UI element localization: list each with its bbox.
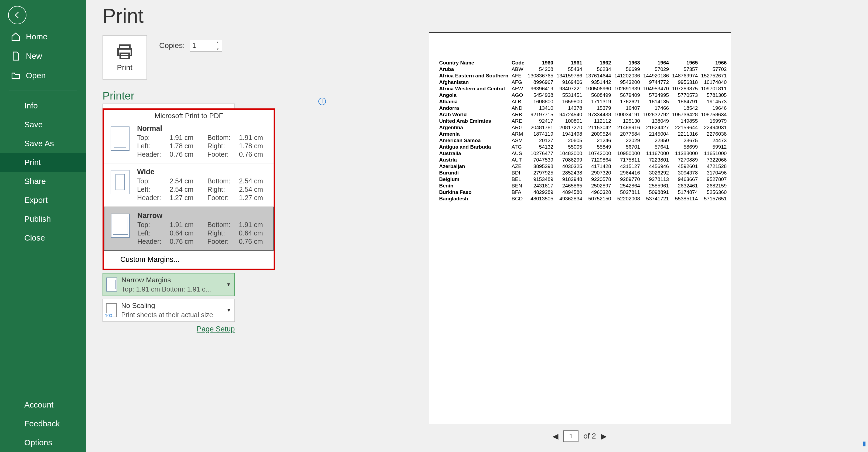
scaling-setting-title: No Scaling	[121, 301, 222, 311]
print-button[interactable]: Print	[102, 35, 147, 79]
print-preview-page: Country NameCode196019611962196319641965…	[429, 32, 731, 424]
margin-option-normal[interactable]: NormalTop:1.91 cmBottom:1.91 cmLeft:1.78…	[104, 120, 274, 163]
table-row: AustraliaAUS1027647710483000107420001095…	[438, 150, 728, 157]
table-row: United Arab EmiratesARE92417100801112112…	[438, 118, 728, 124]
table-row: BeninBEN24316172465865250289725428642585…	[438, 183, 728, 189]
sidebar-close[interactable]: Close	[0, 228, 86, 247]
corner-marker: ▮	[863, 440, 866, 447]
margins-dropdown-popup: Microsoft Print to PDF NormalTop:1.91 cm…	[102, 108, 275, 270]
copies-up[interactable]: ▴	[215, 40, 221, 44]
back-button[interactable]	[8, 6, 26, 24]
margin-option-name: Normal	[137, 124, 267, 133]
sidebar-publish[interactable]: Publish	[0, 209, 86, 228]
copies-down[interactable]: ▾	[215, 47, 221, 51]
margin-option-name: Wide	[137, 168, 267, 176]
sidebar-new[interactable]: New	[0, 46, 86, 66]
open-icon	[11, 71, 21, 80]
table-row: Arab WorldARB921977159472454097334438100…	[438, 111, 728, 118]
page-number-input[interactable]	[563, 430, 579, 442]
backstage-sidebar: Home New Open Info Save Save As Print Sh…	[0, 0, 86, 452]
margins-setting-title: Narrow Margins	[121, 276, 222, 285]
custom-margins-item[interactable]: Custom Margins...	[104, 251, 274, 269]
sidebar-feedback[interactable]: Feedback	[0, 414, 86, 433]
scaling-setting-sub: Print sheets at their actual size	[121, 311, 222, 319]
table-row: BurundiBDI279792528524382907320296441630…	[438, 170, 728, 176]
sidebar-new-label: New	[26, 52, 42, 61]
margin-option-name: Narrow	[137, 212, 267, 220]
table-row: AustriaAUT704753970862997129864717581172…	[438, 157, 728, 163]
table-row: ArmeniaARM187411919414982009524207758421…	[438, 131, 728, 137]
next-page-button[interactable]: ▶	[601, 432, 607, 441]
margin-option-wide[interactable]: WideTop:2.54 cmBottom:2.54 cmLeft:2.54 c…	[104, 163, 274, 207]
table-row: American SamoaASM20127206052124622029228…	[438, 137, 728, 144]
chevron-down-icon: ▼	[226, 308, 231, 313]
sidebar-share[interactable]: Share	[0, 172, 86, 191]
table-row: Burkina FasoBFA4829289489458049603285027…	[438, 189, 728, 196]
new-icon	[11, 51, 21, 61]
table-row: AngolaAGO5454938553145156084995679409573…	[438, 92, 728, 98]
margins-setting-sub: Top: 1.91 cm Bottom: 1.91 c...	[121, 285, 222, 294]
margin-option-narrow[interactable]: NarrowTop:1.91 cmBottom:1.91 cmLeft:0.64…	[104, 206, 274, 251]
table-row: BelgiumBEL915348991839489220578928977093…	[438, 176, 728, 183]
table-row: ArgentinaARG2048178120817270211530422148…	[438, 124, 728, 131]
margins-icon	[106, 278, 117, 292]
table-row: Antigua and BarbudaATG541325500555849567…	[438, 144, 728, 150]
table-row: AfghanistanAFG89969679169406935144295432…	[438, 79, 728, 86]
prev-page-button[interactable]: ◀	[553, 432, 559, 441]
page-setup-link-wrap: Page Setup	[102, 325, 235, 333]
sidebar-options[interactable]: Options	[0, 433, 86, 452]
copies-label: Copies:	[159, 41, 185, 50]
sidebar-account[interactable]: Account	[0, 395, 86, 414]
table-row: AndorraAND134101437815379164071746618542…	[438, 105, 728, 111]
page-count-label: of 2	[583, 432, 596, 441]
preview-data-table: Country NameCode196019611962196319641965…	[438, 60, 728, 202]
table-row: AzerbaijanAZE389539840303254171428431512…	[438, 163, 728, 170]
sidebar-open-label: Open	[26, 71, 45, 80]
sidebar-save[interactable]: Save	[0, 115, 86, 134]
back-arrow-icon	[13, 10, 22, 20]
sidebar-open[interactable]: Open	[0, 66, 86, 85]
sidebar-separator-2	[9, 390, 77, 390]
sidebar-print[interactable]: Print	[0, 153, 86, 172]
printer-info-icon[interactable]: i	[318, 98, 326, 105]
table-row: Africa Eastern and SouthernAFE1308367651…	[438, 72, 728, 79]
sidebar-info[interactable]: Info	[0, 96, 86, 115]
sidebar-home-label: Home	[26, 32, 48, 41]
table-row: Africa Western and CentralAFW96396419984…	[438, 86, 728, 92]
table-row: ArubaABW54208554345623456699570295735757…	[438, 66, 728, 72]
margins-setting-row[interactable]: Narrow Margins Top: 1.91 cm Bottom: 1.91…	[102, 273, 235, 296]
scaling-icon	[106, 303, 117, 317]
page-navigator: ◀ of 2 ▶	[553, 430, 607, 442]
copies-input[interactable]: 1 ▴▾	[190, 40, 222, 52]
chevron-down-icon: ▼	[226, 282, 231, 288]
margin-preview-icon	[111, 127, 129, 151]
printer-icon	[116, 43, 133, 61]
page-title: Print	[102, 4, 275, 27]
scaling-setting-row[interactable]: No Scaling Print sheets at their actual …	[102, 299, 235, 321]
hidden-printer-name: Microsoft Print to PDF	[104, 111, 274, 120]
table-row: AlbaniaALB160880016598001711319176262118…	[438, 98, 728, 105]
table-row: BangladeshBGD480135054936283450752150522…	[438, 196, 728, 202]
sidebar-home[interactable]: Home	[0, 27, 86, 46]
printer-dropdown-partial[interactable]	[102, 103, 235, 108]
sidebar-separator-1	[9, 91, 77, 91]
printer-heading: Printer	[102, 90, 275, 102]
sidebar-saveas[interactable]: Save As	[0, 134, 86, 153]
page-setup-link[interactable]: Page Setup	[197, 325, 235, 333]
margin-preview-icon	[111, 214, 130, 238]
print-button-label: Print	[117, 63, 132, 72]
margin-preview-icon	[111, 170, 129, 194]
sidebar-export[interactable]: Export	[0, 191, 86, 209]
home-icon	[11, 32, 21, 41]
